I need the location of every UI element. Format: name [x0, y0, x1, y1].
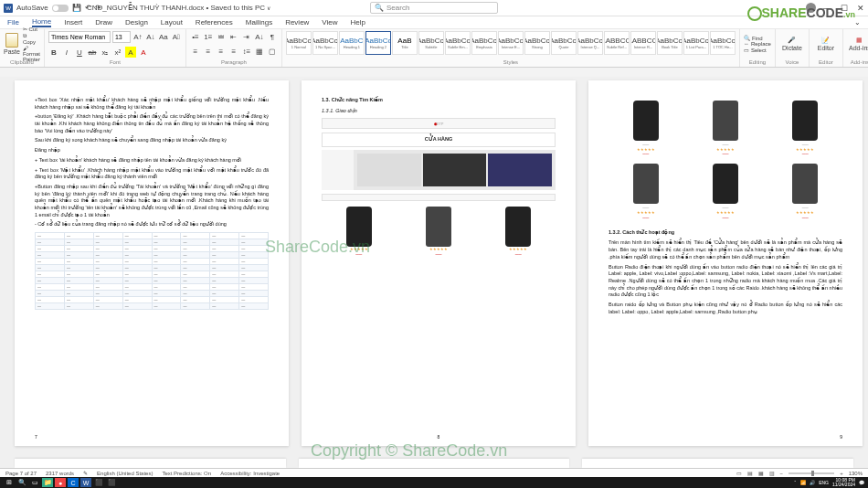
tray-date[interactable]: 11/24/2024: [832, 483, 855, 487]
tray-language[interactable]: ENG: [819, 480, 829, 485]
increase-indent-button[interactable]: ⇥: [241, 31, 252, 42]
line-spacing-button[interactable]: ↕≡: [241, 46, 252, 57]
style-item[interactable]: AaBbCcIIntense E...: [498, 31, 524, 55]
clear-format-icon[interactable]: A⃠: [171, 31, 182, 42]
font-color-button[interactable]: A: [138, 47, 149, 58]
sort-button[interactable]: A↓: [254, 31, 265, 42]
borders-button[interactable]: ▢: [267, 46, 278, 57]
ribbon-collapse-icon[interactable]: ⌄: [854, 18, 861, 27]
read-mode-icon[interactable]: ▤: [747, 470, 753, 476]
tab-design[interactable]: Design: [125, 18, 148, 27]
group-editing: 🔍 Find ↔ Replace ▭ Select Editing: [740, 29, 776, 67]
addins-button[interactable]: ▦Add-ins: [847, 37, 868, 51]
close-button[interactable]: ✕: [857, 4, 864, 13]
taskbar-app[interactable]: ⬛: [106, 478, 117, 487]
page-info[interactable]: Page 7 of 27: [5, 471, 37, 476]
style-item[interactable]: AaBbCcI1 Normal: [286, 31, 312, 55]
tab-mailings[interactable]: Mailings: [246, 18, 272, 27]
select-button[interactable]: ▭ Select: [744, 47, 771, 53]
word-count[interactable]: 2317 words: [46, 471, 74, 476]
tab-file[interactable]: File: [7, 18, 19, 27]
focus-mode-icon[interactable]: ▭: [736, 470, 742, 476]
style-item[interactable]: AaBTitle: [392, 31, 418, 55]
tab-draw[interactable]: Draw: [95, 18, 112, 27]
text-predictions-status[interactable]: Text Predictions: On: [162, 471, 211, 476]
zoom-level[interactable]: 130%: [849, 471, 863, 476]
taskbar-app[interactable]: ⬛: [93, 478, 104, 487]
copy-button[interactable]: ⧉ Copy: [23, 33, 40, 45]
tab-review[interactable]: Review: [285, 18, 309, 27]
style-item[interactable]: AaBbCcIBook Title: [657, 31, 683, 55]
print-layout-icon[interactable]: ▦: [758, 470, 764, 476]
numbering-button[interactable]: 1≡: [203, 31, 214, 42]
notifications-icon[interactable]: 💬: [859, 480, 864, 485]
style-item[interactable]: AaBbCcIEmphasis: [471, 31, 497, 55]
bullets-button[interactable]: •≡: [190, 31, 201, 42]
align-left-button[interactable]: ≡: [190, 46, 201, 57]
style-item[interactable]: AaBbCcI1 List Para...: [683, 31, 709, 55]
font-size-select[interactable]: [112, 31, 131, 43]
style-item[interactable]: AaBbCcHeading 2: [365, 31, 391, 55]
web-layout-icon[interactable]: ▥: [769, 470, 775, 476]
align-right-button[interactable]: ≡: [216, 46, 227, 57]
decrease-indent-button[interactable]: ⇤: [228, 31, 239, 42]
tray-wifi-icon[interactable]: 📶: [800, 480, 806, 485]
style-item[interactable]: AaBbCHeading 1: [339, 31, 365, 55]
style-item[interactable]: AaBbCcIQuote: [551, 31, 577, 55]
change-case-icon[interactable]: Aa: [158, 31, 169, 42]
taskbar-app[interactable]: W: [80, 478, 91, 487]
tab-insert[interactable]: Insert: [64, 18, 82, 27]
find-button[interactable]: 🔍 Find: [744, 35, 771, 41]
accessibility-status[interactable]: Accessibility: Investigate: [220, 471, 280, 476]
subscript-button[interactable]: x₂: [100, 47, 111, 58]
multilevel-button[interactable]: ⩸: [216, 31, 227, 42]
taskbar-app[interactable]: C: [68, 478, 79, 487]
tab-layout[interactable]: Layout: [161, 18, 183, 27]
search-box[interactable]: 🔍 Search: [370, 2, 498, 14]
task-view-icon[interactable]: ▭: [29, 478, 40, 487]
tray-volume-icon[interactable]: 🔊: [810, 480, 815, 485]
zoom-in-button[interactable]: +: [840, 471, 843, 476]
language-status[interactable]: English (United States): [97, 471, 153, 476]
justify-button[interactable]: ≡: [228, 46, 239, 57]
zoom-out-button[interactable]: −: [780, 471, 784, 476]
bold-button[interactable]: B: [48, 47, 59, 58]
style-item[interactable]: AABBCCISubtle Ref...: [604, 31, 630, 55]
style-item[interactable]: AaBbCcISubtitle: [418, 31, 444, 55]
spell-check-icon[interactable]: ✎: [83, 470, 88, 476]
style-item[interactable]: AaBbCcIIntense Q...: [577, 31, 603, 55]
taskbar-app[interactable]: ●: [55, 478, 66, 487]
style-item[interactable]: AABBCCIIntense R...: [630, 31, 656, 55]
superscript-button[interactable]: x²: [112, 47, 123, 58]
increase-font-icon[interactable]: A↑: [132, 31, 143, 42]
italic-button[interactable]: I: [61, 47, 72, 58]
shading-button[interactable]: ▦: [254, 46, 265, 57]
paste-button[interactable]: Paste: [4, 33, 20, 55]
editor-button[interactable]: 📝Editor: [813, 37, 839, 51]
tab-help[interactable]: Help: [351, 18, 365, 27]
save-icon[interactable]: 💾: [72, 4, 81, 12]
tray-chevron-icon[interactable]: ˄: [794, 480, 797, 485]
start-button[interactable]: ⊞: [4, 478, 15, 487]
decrease-font-icon[interactable]: A↓: [145, 31, 156, 42]
cut-button[interactable]: ✂ Cut: [23, 26, 40, 32]
autosave-toggle[interactable]: [52, 5, 69, 12]
style-item[interactable]: AaBbCcIStrong: [524, 31, 550, 55]
style-item[interactable]: AaBbCcISubtle Em...: [445, 31, 471, 55]
document-area[interactable]: +Text box 'Xác nhận mật khẩu' khách hàng…: [0, 77, 868, 468]
show-marks-button[interactable]: ¶: [267, 31, 278, 42]
style-item[interactable]: AaBbCcI1 No Spac...: [312, 31, 338, 55]
dictate-button[interactable]: 🎤Dictate: [779, 37, 805, 51]
font-name-select[interactable]: [48, 31, 111, 43]
zoom-slider[interactable]: [789, 472, 834, 474]
underline-button[interactable]: U: [74, 47, 85, 58]
strike-button[interactable]: ab: [87, 47, 98, 58]
search-taskbar-icon[interactable]: 🔍: [16, 478, 27, 487]
align-center-button[interactable]: ≡: [203, 46, 214, 57]
styles-gallery[interactable]: AaBbCcI1 NormalAaBbCcI1 No Spac...AaBbCH…: [286, 31, 736, 57]
tab-references[interactable]: References: [196, 18, 233, 27]
tab-view[interactable]: View: [322, 18, 337, 27]
taskbar-app[interactable]: 📁: [42, 478, 53, 487]
style-item[interactable]: AaBbCcI1 TOC He...: [710, 31, 736, 55]
highlight-button[interactable]: A: [125, 47, 136, 58]
